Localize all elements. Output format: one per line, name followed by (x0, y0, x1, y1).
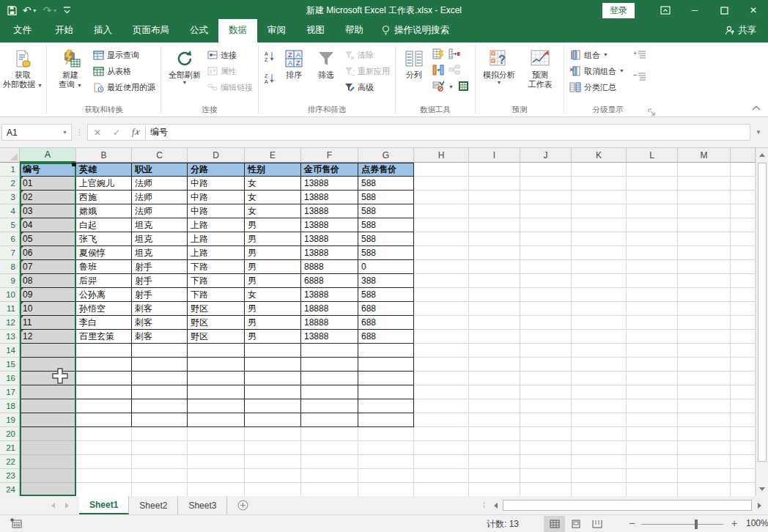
cell[interactable] (358, 385, 414, 399)
cell[interactable]: 西施 (76, 191, 132, 204)
sheet-tab-sheet2[interactable]: Sheet2 (129, 496, 178, 514)
cell[interactable] (520, 358, 572, 372)
cell[interactable] (188, 469, 245, 483)
cell[interactable] (678, 246, 731, 260)
cell[interactable]: 13888 (301, 330, 358, 344)
cell[interactable] (469, 288, 520, 302)
cell[interactable] (469, 441, 520, 455)
cell[interactable] (414, 413, 469, 427)
cell[interactable] (469, 246, 520, 260)
cell[interactable] (731, 399, 756, 413)
filter-button[interactable]: 筛选 (310, 44, 342, 80)
page-break-view-button[interactable] (586, 516, 608, 532)
cell[interactable] (572, 344, 627, 358)
tab-data[interactable]: 数据 (218, 19, 257, 43)
cell[interactable] (469, 232, 520, 246)
cell[interactable]: 09 (20, 288, 76, 302)
cell[interactable]: 射手 (132, 260, 188, 274)
cell[interactable]: 法师 (132, 177, 188, 191)
cell[interactable] (572, 330, 627, 344)
cell[interactable] (20, 413, 76, 427)
column-header-f[interactable]: F (301, 148, 358, 163)
cell[interactable] (627, 232, 678, 246)
cell[interactable]: 男 (245, 260, 301, 274)
cell[interactable] (414, 441, 469, 455)
cell[interactable] (132, 427, 188, 441)
cell[interactable] (678, 344, 731, 358)
cell[interactable] (627, 455, 678, 469)
cell[interactable] (414, 372, 469, 385)
cell[interactable]: 公孙离 (76, 288, 132, 302)
cell[interactable]: 分路 (188, 163, 245, 177)
tab-help[interactable]: 帮助 (335, 19, 374, 43)
cell[interactable] (76, 455, 132, 469)
cell[interactable] (132, 483, 188, 496)
scroll-left-icon[interactable] (490, 503, 501, 509)
reapply-filter-button[interactable]: 重新应用 (342, 63, 392, 79)
cell[interactable]: 男 (245, 246, 301, 260)
cell[interactable] (627, 246, 678, 260)
cell[interactable] (627, 260, 678, 274)
cell[interactable]: 男 (245, 218, 301, 232)
row-header-9[interactable]: 9 (0, 274, 20, 288)
cell[interactable] (678, 191, 731, 204)
cell[interactable] (627, 218, 678, 232)
cell[interactable] (414, 385, 469, 399)
cell[interactable] (627, 469, 678, 483)
cell[interactable] (414, 399, 469, 413)
cell[interactable]: 男 (245, 232, 301, 246)
cell[interactable] (132, 455, 188, 469)
cell[interactable] (76, 399, 132, 413)
cell[interactable] (301, 358, 358, 372)
cell[interactable]: 男 (245, 316, 301, 330)
cell[interactable] (731, 288, 756, 302)
group-button[interactable]: 组合 ▼ (567, 47, 627, 63)
cell[interactable] (132, 344, 188, 358)
what-if-analysis-button[interactable]: ? 模拟分析 ▼ (479, 44, 520, 86)
cell[interactable] (414, 358, 469, 372)
sort-ascending-button[interactable]: AZ (262, 48, 278, 64)
cell[interactable]: 女 (245, 191, 301, 204)
horizontal-scrollbar-thumb[interactable] (503, 500, 752, 511)
cell[interactable] (132, 358, 188, 372)
cell[interactable] (469, 399, 520, 413)
cell[interactable] (469, 302, 520, 316)
scroll-up-icon[interactable] (756, 148, 768, 162)
tell-me-search[interactable]: 操作说明搜索 (374, 19, 457, 43)
cell[interactable] (678, 441, 731, 455)
cell[interactable]: 13888 (301, 191, 358, 204)
cell[interactable]: 法师 (132, 204, 188, 218)
cell[interactable] (572, 385, 627, 399)
cell[interactable] (301, 372, 358, 385)
column-header-i[interactable]: I (469, 148, 520, 163)
cell[interactable]: 688 (358, 330, 414, 344)
cell[interactable]: 白起 (76, 218, 132, 232)
connections-button[interactable]: 连接 (205, 47, 255, 63)
cell[interactable] (572, 288, 627, 302)
close-button[interactable]: ✕ (739, 0, 768, 21)
zoom-in-icon[interactable]: + (731, 517, 737, 529)
cell[interactable] (301, 441, 358, 455)
dropdown-icon[interactable]: ▼ (448, 84, 454, 90)
zoom-slider-thumb[interactable] (695, 520, 698, 529)
name-box-dropdown-icon[interactable]: ▼ (62, 130, 71, 135)
cell[interactable] (731, 441, 756, 455)
cell[interactable] (678, 413, 731, 427)
cell[interactable] (572, 413, 627, 427)
cell[interactable] (520, 385, 572, 399)
refresh-all-button[interactable]: 全部刷新 ▼ (164, 44, 205, 86)
cell[interactable] (731, 302, 756, 316)
cell[interactable] (20, 385, 76, 399)
cell[interactable] (520, 330, 572, 344)
cell[interactable] (627, 288, 678, 302)
cell[interactable] (678, 163, 731, 177)
tab-insert[interactable]: 插入 (84, 19, 122, 43)
cell[interactable]: 百里玄策 (76, 330, 132, 344)
cell[interactable] (520, 455, 572, 469)
cell[interactable]: 夏侯惇 (76, 246, 132, 260)
cell[interactable] (678, 274, 731, 288)
cell[interactable]: 588 (358, 191, 414, 204)
vertical-scrollbar[interactable] (756, 148, 768, 496)
cell[interactable] (678, 385, 731, 399)
row-header-16[interactable]: 16 (0, 372, 20, 385)
